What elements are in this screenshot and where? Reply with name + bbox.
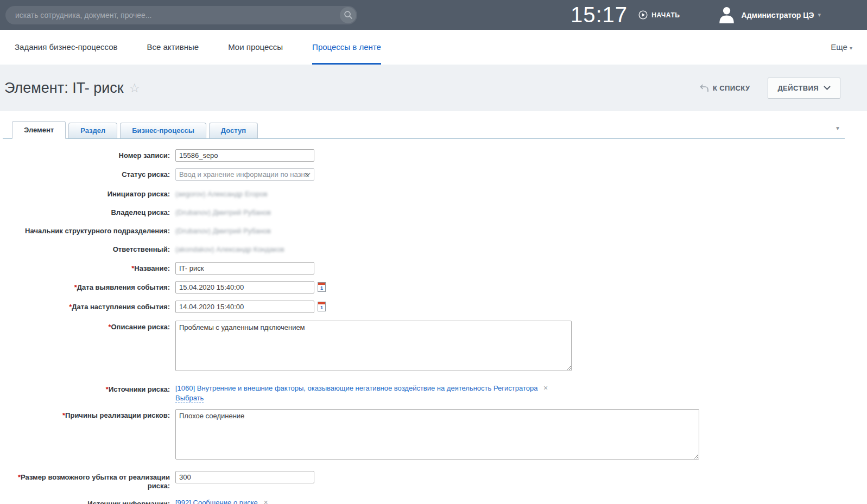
field-possible-loss: *Размер возможного убытка от реализации … <box>0 471 867 490</box>
chevron-down-icon: ▾ <box>818 11 821 18</box>
calendar-icon[interactable] <box>318 302 326 311</box>
nav-more-button[interactable]: Еще ▾ <box>831 30 852 65</box>
page-title: Элемент: IT- риск <box>4 80 124 97</box>
field-department-head: Начальник структурного подразделения: (D… <box>0 225 867 235</box>
back-to-list-link[interactable]: К СПИСКУ <box>700 84 750 92</box>
risk-owner-value: (Drubanov) Дмитрий Рубанов <box>175 206 867 216</box>
header-actions: К СПИСКУ ДЕЙСТВИЯ <box>700 78 840 99</box>
remove-item-icon[interactable]: × <box>263 498 268 504</box>
risk-status-select[interactable]: Ввод и хранение информации по назна <box>175 168 314 181</box>
nav-item-my-processes[interactable]: Мои процессы <box>228 30 283 65</box>
play-icon <box>638 10 648 20</box>
field-risk-initiator: Инициатор риска: (aegorov) Александр Его… <box>0 188 867 199</box>
field-risk-causes: *Причины реализации рисков: Плохое соеди… <box>0 409 867 462</box>
element-form: Номер записи: Статус риска: Ввод и хране… <box>0 149 867 504</box>
possible-loss-input[interactable] <box>175 471 314 483</box>
user-menu[interactable]: Администратор ЦЭ ▾ <box>719 7 821 23</box>
field-risk-description: *Описание риска: Проблемы с удаленным пд… <box>0 321 867 373</box>
field-record-number: Номер записи: <box>0 149 867 162</box>
content-area: Элемент Раздел Бизнес-процессы Доступ ▼ … <box>0 111 867 504</box>
risk-causes-textarea[interactable]: Плохое соединение <box>175 409 699 460</box>
chevron-down-icon <box>824 86 831 90</box>
tab-section[interactable]: Раздел <box>68 123 117 138</box>
field-occur-date: *Дата наступления события: <box>0 301 867 313</box>
worktime-start-button[interactable]: НАЧАТЬ <box>638 10 680 20</box>
user-name: Администратор ЦЭ <box>742 11 814 20</box>
field-detect-date: *Дата выявления события: <box>0 281 867 294</box>
tabs-dropdown-icon[interactable]: ▼ <box>835 125 840 131</box>
tab-element[interactable]: Элемент <box>12 121 66 139</box>
risk-initiator-value: (aegorov) Александр Егоров <box>175 188 867 198</box>
title-input[interactable] <box>175 262 314 275</box>
remove-item-icon[interactable]: × <box>543 384 548 392</box>
user-avatar-icon <box>719 7 734 23</box>
detect-date-input[interactable] <box>175 281 314 294</box>
nav-item-all-active[interactable]: Все активные <box>147 30 199 65</box>
field-risk-status: Статус риска: Ввод и хранение информации… <box>0 168 867 181</box>
page-header: Элемент: IT- риск ☆ К СПИСКУ ДЕЙСТВИЯ <box>0 65 867 111</box>
search-input[interactable] <box>15 11 340 20</box>
calendar-icon[interactable] <box>318 282 326 292</box>
occur-date-input[interactable] <box>175 301 314 313</box>
record-number-input[interactable] <box>175 149 314 162</box>
responsible-value: (akondakov) Александр Кондаков <box>175 243 867 253</box>
risk-source-link[interactable]: [1060] Внутренние и внешние факторы, ока… <box>175 384 537 392</box>
main-nav: Задания бизнес-процессов Все активные Мо… <box>0 30 867 65</box>
field-risk-sources: *Источники риска: [1060] Внутренние и вн… <box>0 383 867 403</box>
field-info-source: Источник информации: [992] Сообщение о р… <box>0 497 867 504</box>
worktime-clock: 15:17 <box>571 3 628 27</box>
department-head-value: (Drubanov) Дмитрий Рубанов <box>175 225 867 235</box>
nav-item-processes-feed[interactable]: Процессы в ленте <box>312 30 381 65</box>
chevron-down-icon: ▾ <box>850 45 852 51</box>
global-search[interactable] <box>5 6 357 24</box>
info-source-link[interactable]: [992] Сообщение о риске <box>175 499 258 504</box>
back-arrow-icon <box>700 84 708 92</box>
field-title: *Название: <box>0 262 867 275</box>
favorite-star-icon[interactable]: ☆ <box>129 81 141 95</box>
choose-risk-source-link[interactable]: Выбрать <box>175 394 204 403</box>
form-tabs: Элемент Раздел Бизнес-процессы Доступ ▼ <box>3 120 845 139</box>
top-bar: 15:17 НАЧАТЬ Администратор ЦЭ ▾ <box>0 0 867 30</box>
field-risk-owner: Владелец риска: (Drubanov) Дмитрий Рубан… <box>0 206 867 217</box>
actions-button[interactable]: ДЕЙСТВИЯ <box>768 78 840 99</box>
tab-access[interactable]: Доступ <box>209 123 258 138</box>
search-icon[interactable] <box>340 7 356 23</box>
risk-description-textarea[interactable]: Проблемы с удаленным пдключением <box>175 321 572 371</box>
tab-business-processes[interactable]: Бизнес-процессы <box>120 123 206 138</box>
nav-item-bp-tasks[interactable]: Задания бизнес-процессов <box>15 30 117 65</box>
start-label: НАЧАТЬ <box>651 11 680 19</box>
field-responsible: Ответственный: (akondakov) Александр Кон… <box>0 243 867 254</box>
